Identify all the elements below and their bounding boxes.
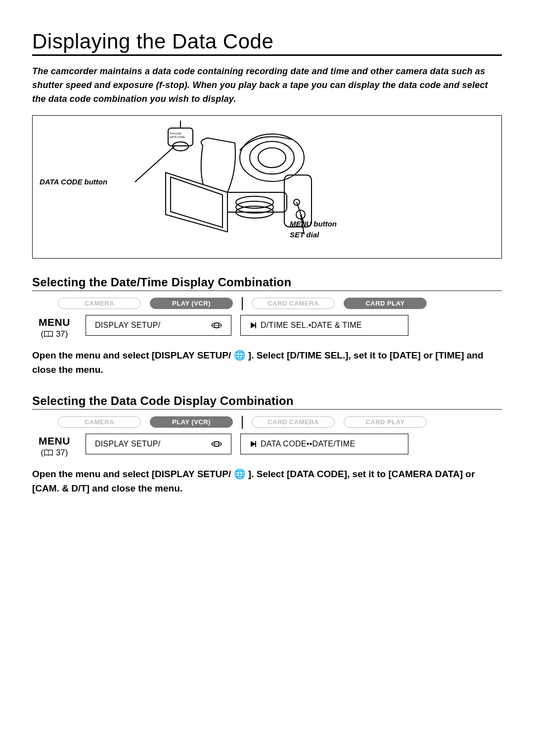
menu-cell-dtime-sel: D/TIME SEL.•DATE & TIME bbox=[240, 315, 408, 336]
mode-divider bbox=[242, 416, 243, 429]
section1-heading: Selecting the Date/Time Display Combinat… bbox=[32, 275, 502, 291]
menu-word: MENU bbox=[32, 316, 77, 328]
camcorder-diagram: FOCUS/ DATA CODE DATA CODE button MENU b… bbox=[32, 115, 502, 259]
menu-label: MENU ( 37) bbox=[32, 434, 77, 458]
svg-point-2 bbox=[258, 148, 286, 168]
section1-instruction: Open the menu and select [DISPLAY SETUP/… bbox=[32, 348, 502, 377]
svg-point-6 bbox=[236, 201, 273, 213]
section2-heading: Selecting the Data Code Display Combinat… bbox=[32, 394, 502, 410]
section1-menu-row: MENU ( 37) DISPLAY SETUP/ D/TIME SEL.•DA… bbox=[32, 315, 502, 339]
title-rule bbox=[32, 54, 502, 56]
menu-cell-b-text: DATA CODE••DATE/TIME bbox=[261, 440, 355, 448]
svg-marker-22 bbox=[251, 322, 256, 328]
mode-play-vcr: PLAY (VCR) bbox=[150, 298, 233, 309]
language-icon bbox=[211, 440, 222, 448]
mode-card-play: CARD PLAY bbox=[344, 298, 427, 309]
camcorder-svg: FOCUS/ DATA CODE bbox=[33, 116, 501, 258]
menu-cell-a-text: DISPLAY SETUP/ bbox=[95, 440, 161, 448]
book-icon bbox=[44, 330, 53, 337]
menu-cell-display-setup: DISPLAY SETUP/ bbox=[86, 315, 231, 336]
svg-text:DATA CODE: DATA CODE bbox=[170, 135, 185, 138]
diagram-label-datacode-button: DATA CODE button bbox=[40, 178, 107, 186]
mode-divider bbox=[242, 297, 243, 310]
section2-instruction: Open the menu and select [DISPLAY SETUP/… bbox=[32, 467, 502, 496]
section2-mode-row: CAMERA PLAY (VCR) CARD CAMERA CARD PLAY bbox=[58, 416, 502, 429]
svg-marker-28 bbox=[251, 441, 256, 447]
mode-camera: CAMERA bbox=[58, 298, 141, 309]
play-icon bbox=[250, 321, 257, 330]
menu-cell-data-code: DATA CODE••DATE/TIME bbox=[240, 434, 408, 454]
section2-menu-row: MENU ( 37) DISPLAY SETUP/ DATA CODE••DAT… bbox=[32, 434, 502, 458]
menu-ref: ( 37) bbox=[32, 328, 77, 339]
intro-paragraph: The camcorder maintains a data code cont… bbox=[32, 65, 502, 106]
svg-point-1 bbox=[250, 141, 294, 174]
menu-word: MENU bbox=[32, 435, 77, 447]
mode-camera: CAMERA bbox=[58, 416, 141, 428]
mode-play-vcr: PLAY (VCR) bbox=[150, 416, 233, 428]
page-title: Displaying the Data Code bbox=[32, 30, 502, 53]
language-icon bbox=[211, 321, 222, 330]
menu-ref: ( 37) bbox=[32, 447, 77, 458]
mode-card-camera: CARD CAMERA bbox=[252, 416, 335, 428]
menu-label: MENU ( 37) bbox=[32, 315, 77, 339]
menu-cell-display-setup: DISPLAY SETUP/ bbox=[86, 434, 231, 454]
diagram-label-set-dial: SET dial bbox=[290, 230, 319, 239]
menu-ref-num: 37 bbox=[56, 448, 65, 457]
mode-card-play: CARD PLAY bbox=[344, 416, 427, 428]
diagram-label-menu-button: MENU button bbox=[290, 220, 337, 228]
menu-ref-num: 37 bbox=[56, 329, 65, 339]
section1-mode-row: CAMERA PLAY (VCR) CARD CAMERA CARD PLAY bbox=[58, 297, 502, 310]
menu-cell-a-text: DISPLAY SETUP/ bbox=[95, 321, 161, 330]
book-icon bbox=[44, 449, 53, 456]
mode-card-camera: CARD CAMERA bbox=[252, 298, 335, 309]
svg-text:FOCUS/: FOCUS/ bbox=[170, 132, 181, 135]
menu-cell-b-text: D/TIME SEL.•DATE & TIME bbox=[261, 321, 362, 330]
play-icon bbox=[250, 440, 257, 448]
